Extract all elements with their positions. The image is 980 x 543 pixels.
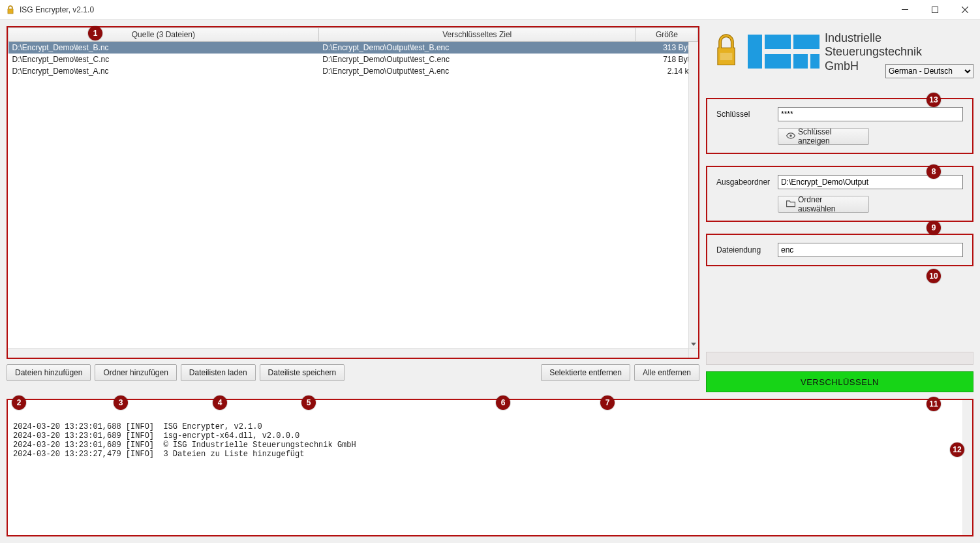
annotation-7: 7 (600, 396, 615, 410)
annotation-10: 10 (926, 269, 941, 283)
svg-rect-1 (932, 7, 938, 12)
annotation-9: 9 (926, 221, 941, 235)
svg-rect-2 (720, 52, 733, 59)
folder-icon (786, 200, 795, 209)
lock-large-icon (711, 33, 741, 72)
col-source[interactable]: Quelle (3 Dateien) (8, 28, 319, 42)
table-vertical-scrollbar[interactable] (688, 42, 698, 349)
window-titlebar: ISG Encrypter, v2.1.0 (0, 0, 980, 20)
table-row[interactable]: D:\Encrypt_Demo\test_A.ncD:\Encrypt_Demo… (8, 65, 698, 77)
minimize-button[interactable] (890, 0, 920, 20)
language-select[interactable]: German - Deutsch (885, 64, 973, 78)
file-table-panel: Quelle (3 Dateien) Verschlüsseltes Ziel … (7, 26, 699, 359)
col-size[interactable]: Größe (635, 28, 697, 42)
log-text: 2024-03-20 13:23:01,688 [INFO] ISG Encry… (13, 422, 967, 459)
annotation-12: 12 (950, 442, 964, 457)
close-button[interactable] (950, 0, 980, 20)
table-header-row[interactable]: Quelle (3 Dateien) Verschlüsseltes Ziel … (8, 28, 698, 42)
annotation-5: 5 (301, 396, 316, 410)
show-key-button[interactable]: Schlüssel anzeigen (778, 128, 869, 145)
extension-input[interactable] (778, 243, 963, 257)
svg-rect-4 (765, 35, 791, 49)
annotation-11: 11 (926, 397, 941, 411)
svg-rect-0 (902, 9, 908, 10)
table-horizontal-scrollbar[interactable] (8, 348, 689, 358)
svg-rect-6 (793, 35, 819, 49)
output-label: Ausgabeordner (716, 178, 774, 187)
choose-folder-button[interactable]: Ordner auswählen (778, 196, 869, 213)
key-input[interactable] (778, 107, 963, 121)
encrypt-button[interactable]: VERSCHLÜSSELN (706, 371, 973, 392)
svg-point-9 (789, 134, 792, 137)
save-filelist-button[interactable]: Dateiliste speichern (260, 364, 345, 381)
annotation-6: 6 (496, 396, 510, 410)
col-target[interactable]: Verschlüsseltes Ziel (318, 28, 635, 42)
maximize-button[interactable] (920, 0, 950, 20)
annotation-3: 3 (114, 396, 128, 410)
progress-bar (706, 352, 973, 365)
load-filelists-button[interactable]: Dateilisten laden (181, 364, 256, 381)
annotation-13: 13 (926, 93, 941, 107)
add-files-button[interactable]: Dateien hinzufügen (7, 364, 91, 381)
eye-icon (786, 132, 795, 141)
svg-rect-8 (810, 54, 819, 69)
scroll-corner (688, 348, 698, 358)
isg-logo-icon (748, 35, 819, 70)
brand-area: Industrielle Steuerungstechnik GmbH Germ… (706, 26, 973, 78)
remove-selected-button[interactable]: Selektierte entfernen (541, 364, 630, 381)
svg-rect-5 (765, 54, 791, 69)
table-row[interactable]: D:\Encrypt_Demo\test_C.ncD:\Encrypt_Demo… (8, 54, 698, 65)
add-folder-button[interactable]: Ordner hinzufügen (95, 364, 176, 381)
annotation-1: 1 (88, 26, 102, 40)
remove-all-button[interactable]: Alle entfernen (634, 364, 699, 381)
file-button-row: Dateien hinzufügen Ordner hinzufügen Dat… (7, 364, 699, 381)
key-label: Schlüssel (716, 110, 774, 119)
svg-rect-3 (748, 35, 762, 69)
extension-panel: Dateiendung (706, 234, 973, 266)
lock-icon (5, 5, 16, 15)
file-table[interactable]: Quelle (3 Dateien) Verschlüsseltes Ziel … (8, 27, 698, 77)
extension-label: Dateiendung (716, 245, 774, 255)
annotation-4: 4 (213, 396, 227, 410)
svg-rect-7 (793, 54, 808, 69)
annotation-2: 2 (12, 396, 26, 410)
window-title: ISG Encrypter, v2.1.0 (20, 5, 94, 14)
log-panel[interactable]: 2024-03-20 13:23:01,688 [INFO] ISG Encry… (7, 399, 973, 536)
annotation-8: 8 (926, 164, 941, 179)
log-scrollbar[interactable] (962, 400, 972, 535)
table-row[interactable]: D:\Encrypt_Demo\test_B.ncD:\Encrypt_Demo… (8, 42, 698, 54)
